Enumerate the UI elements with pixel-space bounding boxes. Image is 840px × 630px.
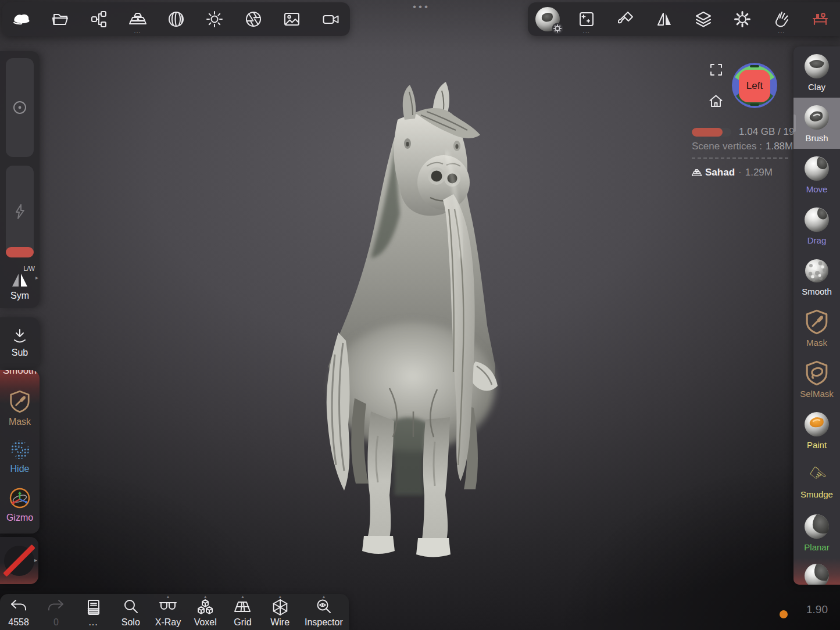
viewport-model-horse[interactable] xyxy=(302,64,535,564)
tool-clay[interactable]: Clay xyxy=(793,46,840,98)
smudge-finger-icon: ☞ xyxy=(803,461,831,490)
symmetry-flyout-arrow[interactable]: ▸ xyxy=(35,274,38,281)
scene-vertices-value: 1.88M xyxy=(766,141,793,152)
intensity-slider[interactable] xyxy=(6,166,34,257)
memory-usage-text: 1.04 GB / 196 MB xyxy=(739,126,795,138)
symmetry-toggle-icon[interactable] xyxy=(10,272,30,288)
hide-shortcut[interactable]: Hide xyxy=(0,439,40,474)
symmetry-label: Sym xyxy=(0,291,40,301)
symmetry-lw-label: L/W xyxy=(23,265,35,272)
mask-shield-icon xyxy=(9,389,31,414)
tool-brush[interactable]: Brush xyxy=(793,98,840,149)
clay-sphere-icon xyxy=(803,53,830,80)
radius-slider[interactable] xyxy=(6,58,34,157)
redo-count: 0 xyxy=(53,617,59,628)
background-image-button[interactable] xyxy=(278,5,306,33)
move-sphere-icon xyxy=(803,155,830,182)
tool-smooth[interactable]: Smooth xyxy=(793,251,840,302)
wire-button[interactable]: ▲ Wire xyxy=(262,594,299,630)
symmetry-button[interactable] xyxy=(650,5,678,33)
sub-arrow-icon xyxy=(11,328,28,344)
redo-button[interactable]: 0 xyxy=(37,594,74,630)
gizmo-orb-icon xyxy=(8,486,31,510)
right-tool-sidebar: Clay Brush Move Drag Smooth Mask SelMask… xyxy=(793,46,840,585)
toolbar-drag-handle[interactable]: ••• xyxy=(404,1,439,13)
topology-button[interactable]: ... xyxy=(124,5,152,33)
object-name: Sahad xyxy=(705,167,735,178)
fullscreen-icon[interactable] xyxy=(710,63,723,76)
alpha-none-icon xyxy=(4,546,34,576)
tool-planar[interactable]: Planar xyxy=(793,507,840,558)
tool-move[interactable]: Move xyxy=(793,149,840,200)
camera-button[interactable] xyxy=(317,5,345,33)
hide-dotted-icon xyxy=(8,439,31,461)
intensity-lightning-icon xyxy=(13,203,27,220)
topology-more-indicator: ... xyxy=(134,28,141,34)
stroke-settings-button[interactable]: ... xyxy=(573,5,600,33)
settings-gear-button[interactable] xyxy=(728,5,756,33)
object-vertex-count: 1.29M xyxy=(745,167,773,178)
tool-next-partial[interactable] xyxy=(793,558,840,585)
notebook-more: ... xyxy=(88,617,98,628)
sub-button[interactable]: Sub xyxy=(0,317,40,368)
mask-shield-icon xyxy=(805,309,829,335)
intensity-slider-fill[interactable] xyxy=(6,247,34,257)
object-mesh-icon xyxy=(692,169,702,177)
drag-sphere-icon xyxy=(803,206,830,233)
left-tool-stack: Smooth Mask Hide Gizmo xyxy=(0,370,40,534)
tool-paint[interactable]: Paint xyxy=(793,405,840,456)
files-folder-button[interactable] xyxy=(47,5,74,33)
lighting-button[interactable] xyxy=(201,5,228,33)
partial-sphere-icon xyxy=(803,563,830,585)
undo-button[interactable]: 4558 xyxy=(0,594,37,630)
workbench-button[interactable] xyxy=(806,5,834,33)
planar-sphere-icon xyxy=(803,513,830,540)
postprocess-aperture-button[interactable] xyxy=(240,5,267,33)
scene-graph-button[interactable] xyxy=(85,5,113,33)
tool-selmask[interactable]: SelMask xyxy=(793,353,840,405)
stroke-more-indicator: ... xyxy=(583,28,590,34)
memory-usage-fill xyxy=(692,128,723,137)
selmask-shield-icon xyxy=(805,360,829,386)
gizmo-shortcut[interactable]: Gizmo xyxy=(0,486,40,523)
record-indicator-dot[interactable] xyxy=(780,610,788,618)
alpha-flyout-arrow[interactable]: ▸ xyxy=(34,557,37,563)
tool-drag[interactable]: Drag xyxy=(793,200,840,251)
gestures-hand-button[interactable]: ... xyxy=(767,5,795,33)
top-right-toolbar: ... ... xyxy=(528,2,840,36)
active-object-row[interactable]: Sahad · 1.29M xyxy=(692,167,773,178)
solo-button[interactable]: Solo xyxy=(112,594,149,630)
top-left-toolbar: ... xyxy=(2,2,350,36)
layers-button[interactable] xyxy=(689,5,717,33)
paint-tool-button[interactable] xyxy=(612,5,639,33)
matcap-material-button[interactable] xyxy=(162,5,190,33)
alpha-none-button[interactable]: ▸ xyxy=(0,537,38,584)
orientation-gizmo[interactable]: Left xyxy=(731,62,778,109)
viewcube-face-label: Left xyxy=(746,80,763,91)
home-icon[interactable] xyxy=(709,94,723,108)
material-preview-sphere[interactable] xyxy=(534,5,562,33)
smooth-sphere-icon xyxy=(803,257,830,284)
hud-divider xyxy=(692,158,788,159)
nomad-logo[interactable] xyxy=(8,5,35,33)
left-slider-panel: L/W ▸ Sym xyxy=(0,51,40,308)
bottom-toolbar: 4558 0 ... Solo ▲ X-Ray ▲ Voxel ▲ Grid ▲… xyxy=(0,594,349,630)
radius-icon xyxy=(12,100,27,115)
material-gear-badge[interactable] xyxy=(552,23,563,34)
inspector-button[interactable]: ▲ Inspector xyxy=(299,594,349,630)
notebook-button[interactable]: ... xyxy=(75,594,112,630)
brush-sphere-icon xyxy=(803,104,830,131)
gestures-more-indicator: ... xyxy=(778,28,785,34)
scene-vertices-readout: Scene vertices :1.88M xyxy=(692,141,793,152)
grid-button[interactable]: ▲ Grid xyxy=(224,594,261,630)
paint-sphere-icon xyxy=(803,411,830,438)
xray-button[interactable]: ▲ X-Ray xyxy=(149,594,187,630)
voxel-button[interactable]: ▲ Voxel xyxy=(187,594,224,630)
tool-mask[interactable]: Mask xyxy=(793,302,840,353)
mask-shortcut[interactable]: Mask xyxy=(0,389,40,427)
zoom-level-readout: 1.90 xyxy=(806,603,828,616)
memory-usage-bar xyxy=(692,128,731,137)
undo-count: 4558 xyxy=(8,617,29,628)
tool-smudge[interactable]: ☞ Smudge xyxy=(793,456,840,507)
smooth-partial-label[interactable]: Smooth xyxy=(0,370,40,381)
